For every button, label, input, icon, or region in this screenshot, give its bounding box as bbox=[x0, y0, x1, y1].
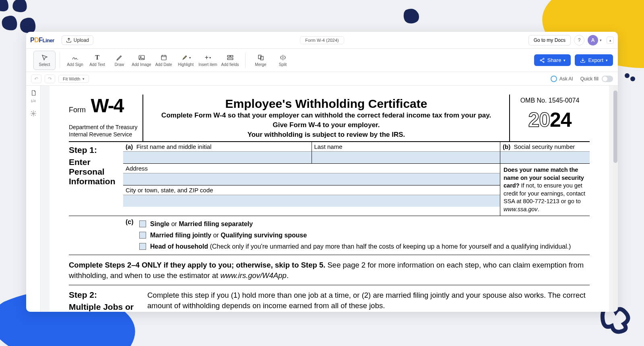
tool-add-fields[interactable]: Add fields bbox=[219, 51, 241, 70]
svg-rect-5 bbox=[227, 56, 230, 57]
decoration-blob bbox=[624, 72, 636, 84]
tool-select[interactable]: Select bbox=[33, 51, 56, 70]
export-button[interactable]: Export ▾ bbox=[575, 54, 613, 66]
tool-add-text[interactable]: T Add Text bbox=[86, 51, 108, 70]
quick-fill-switch[interactable] bbox=[602, 76, 613, 82]
app-window: PDFLiner Upload Form W-4 (2024) Go to my… bbox=[26, 32, 618, 312]
input-ssn[interactable] bbox=[500, 151, 590, 163]
tool-insert-item[interactable]: +▾ Insert item bbox=[197, 51, 219, 70]
pdf-document: Form W-4 Department of the Treasury Inte… bbox=[50, 86, 609, 312]
tool-merge[interactable]: Merge bbox=[250, 51, 272, 70]
tool-add-sign[interactable]: Add Sign bbox=[64, 51, 86, 70]
settings-icon[interactable] bbox=[30, 110, 37, 118]
collapse-button[interactable]: ▴ bbox=[607, 37, 614, 44]
label-first-name: (a) First name and middle initial bbox=[123, 142, 312, 151]
chevron-down-icon: ▾ bbox=[564, 58, 566, 62]
decoration-blob bbox=[0, 0, 48, 34]
svg-rect-4 bbox=[161, 56, 166, 60]
share-icon bbox=[539, 58, 545, 63]
label-last-name: Last name bbox=[312, 142, 500, 151]
merge-icon bbox=[257, 54, 264, 62]
plus-icon: +▾ bbox=[205, 54, 211, 62]
chevron-down-icon: ▾ bbox=[600, 38, 602, 42]
label-city: City or town, state, and ZIP code bbox=[123, 185, 500, 195]
ssn-note: Does your name match the name on your so… bbox=[500, 164, 590, 216]
text-icon: T bbox=[95, 54, 99, 62]
chevron-down-icon: ▾ bbox=[606, 58, 608, 62]
scrollbar[interactable] bbox=[613, 86, 618, 312]
tool-draw[interactable]: Draw bbox=[108, 51, 130, 70]
step2-section: Step 2: Multiple Jobs or Spouse Complete… bbox=[69, 285, 590, 312]
department-line1: Department of the Treasury bbox=[69, 124, 139, 131]
undo-button[interactable]: ↶ bbox=[31, 74, 41, 83]
input-address[interactable] bbox=[123, 173, 500, 185]
highlighter-icon: ▾ bbox=[181, 54, 191, 62]
form-subtitle-1: Complete Form W-4 so that your employer … bbox=[148, 111, 504, 119]
svg-rect-6 bbox=[230, 56, 233, 57]
input-first-name[interactable] bbox=[123, 151, 312, 163]
ask-ai-button[interactable]: Ask AI bbox=[551, 76, 573, 82]
option-single: Single or Married filing separately bbox=[139, 218, 587, 230]
completion-instructions: Complete Steps 2–4 ONLY if they apply to… bbox=[69, 255, 590, 285]
checkbox-married-joint[interactable] bbox=[139, 232, 146, 239]
svg-point-3 bbox=[140, 56, 141, 57]
upload-button[interactable]: Upload bbox=[62, 35, 93, 45]
step1-section: Step 1: Enter Personal Information (a) F… bbox=[69, 142, 590, 216]
tool-add-date[interactable]: Add Date bbox=[153, 51, 175, 70]
pages-icon[interactable] bbox=[30, 90, 37, 97]
workspace: 1/4 Form W-4 Department of the Treasury … bbox=[26, 86, 618, 312]
checkbox-single[interactable] bbox=[139, 220, 146, 227]
fields-icon bbox=[227, 54, 234, 62]
download-icon bbox=[580, 58, 586, 63]
calendar-icon bbox=[160, 54, 167, 62]
account-menu[interactable]: A ▾ bbox=[588, 35, 602, 45]
ai-icon bbox=[551, 76, 557, 82]
left-rail: 1/4 bbox=[26, 86, 41, 312]
form-code: W-4 bbox=[91, 95, 123, 117]
chevron-down-icon: ▾ bbox=[83, 77, 85, 81]
svg-point-0 bbox=[625, 73, 630, 78]
checkbox-head-household[interactable] bbox=[139, 243, 146, 250]
share-button[interactable]: Share ▾ bbox=[534, 54, 571, 66]
goto-docs-button[interactable]: Go to my Docs bbox=[528, 35, 571, 45]
form-header: Form W-4 Department of the Treasury Inte… bbox=[69, 95, 590, 142]
omb-number: OMB No. 1545-0074 bbox=[512, 97, 587, 104]
filing-status-section: (c) Single or Married filing separately … bbox=[69, 216, 590, 255]
document-title[interactable]: Form W-4 (2024) bbox=[300, 36, 344, 44]
input-last-name[interactable] bbox=[312, 151, 500, 163]
svg-point-1 bbox=[630, 76, 635, 81]
page-indicator: 1/4 bbox=[31, 99, 36, 103]
tool-add-image[interactable]: Add Image bbox=[130, 51, 153, 70]
image-icon bbox=[138, 54, 145, 62]
step2-number: Step 2: bbox=[69, 290, 147, 300]
input-city[interactable] bbox=[123, 195, 500, 207]
form-subtitle-3: Your withholding is subject to review by… bbox=[148, 131, 504, 139]
help-button[interactable]: ? bbox=[574, 35, 584, 45]
cursor-icon bbox=[41, 54, 48, 62]
document-canvas[interactable]: Form W-4 Department of the Treasury Inte… bbox=[41, 86, 618, 312]
scrollbar-thumb[interactable] bbox=[613, 91, 617, 163]
department-line2: Internal Revenue Service bbox=[69, 131, 139, 138]
form-subtitle-2: Give Form W-4 to your employer. bbox=[148, 121, 504, 129]
quick-fill-toggle: Quick fill bbox=[580, 76, 613, 82]
option-head-household: Head of household (Check only if you're … bbox=[139, 241, 587, 252]
step1-title: Enter Personal Information bbox=[69, 157, 121, 186]
label-address: Address bbox=[123, 164, 500, 173]
form-title: Employee's Withholding Certificate bbox=[148, 97, 504, 111]
tool-split[interactable]: Split bbox=[272, 51, 294, 70]
upload-icon bbox=[66, 37, 72, 43]
step2-title: Multiple Jobs or Spouse bbox=[69, 302, 147, 312]
toolbar: Select Add Sign T Add Text Draw Add Imag… bbox=[26, 49, 618, 72]
svg-point-13 bbox=[33, 113, 34, 114]
zoom-dropdown[interactable]: Fit Width ▾ bbox=[58, 75, 89, 83]
avatar: A bbox=[588, 35, 598, 45]
signature-icon bbox=[72, 54, 79, 62]
split-icon bbox=[279, 54, 287, 62]
redo-button[interactable]: ↷ bbox=[45, 74, 55, 83]
tool-highlight[interactable]: ▾ Highlight bbox=[175, 51, 197, 70]
form-year: 2024 bbox=[512, 108, 587, 132]
topbar: PDFLiner Upload Form W-4 (2024) Go to my… bbox=[26, 32, 618, 49]
step1-number: Step 1: bbox=[69, 145, 121, 155]
svg-rect-7 bbox=[227, 58, 233, 60]
subtoolbar: ↶ ↷ Fit Width ▾ Ask AI Quick fill bbox=[26, 72, 618, 86]
